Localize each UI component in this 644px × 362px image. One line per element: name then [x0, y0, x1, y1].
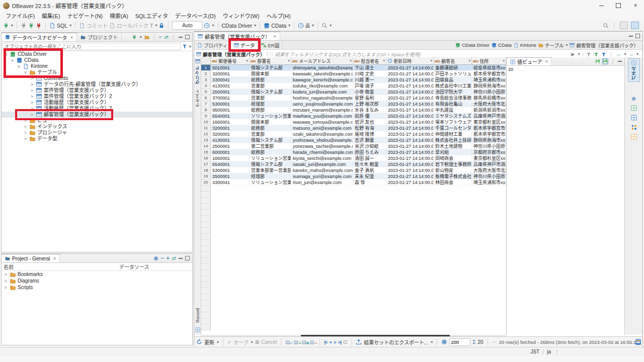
- grid-cell[interactable]: 小寺 樹里: [353, 89, 386, 95]
- grid-cell[interactable]: kiyota_seiichi@example.com: [291, 155, 353, 161]
- grid-cell[interactable]: 佐々木 樹里: [353, 161, 386, 167]
- grid-cell[interactable]: 寺島総合法律事務所: [434, 95, 472, 101]
- connect-icon[interactable]: [21, 23, 27, 29]
- grid-cell[interactable]: 2023-01-27 14:14:00.000: [386, 161, 434, 167]
- close-tab-icon[interactable]: ×: [70, 35, 73, 40]
- grid-cell[interactable]: yoshizawa_shidou@example.com: [291, 137, 353, 143]
- breadcrumb-table[interactable]: 顧客管理（営業支援パック）: [570, 42, 638, 49]
- column-header[interactable]: abc住所▾: [472, 57, 506, 64]
- grid-row[interactable]: 89500001総務部mizutani_manami@example.com水谷…: [201, 107, 506, 113]
- driver-selector[interactable]: CData Driver: [222, 23, 253, 29]
- filter-settings-icon[interactable]: [601, 52, 606, 57]
- menu-item[interactable]: 編集(E): [38, 11, 64, 20]
- first-row-icon[interactable]: |<: [324, 339, 327, 345]
- collapse-all-icon[interactable]: −: [159, 34, 162, 40]
- grid-cell[interactable]: 兵庫県神戸市須磨区xxxx: [472, 161, 506, 167]
- grid-cell[interactable]: kawasaki_takeshi@example.com: [291, 71, 353, 77]
- grid-cell[interactable]: 岩下税理士事務所: [434, 161, 472, 167]
- expand-all-icon[interactable]: +: [167, 255, 170, 261]
- grid-cell[interactable]: 新山物産: [434, 167, 472, 173]
- tree-item[interactable]: >データ型: [2, 136, 192, 142]
- grid-cell[interactable]: 2500001: [211, 143, 250, 149]
- grid-cell[interactable]: 千葉コールセンター: [434, 125, 472, 131]
- rollback-button[interactable]: ロールバック: [117, 22, 148, 29]
- row-number[interactable]: 18: [201, 167, 211, 173]
- chevron-right-icon[interactable]: >: [30, 81, 34, 87]
- grid-cell[interactable]: 経理部: [250, 173, 291, 179]
- disconnect-icon[interactable]: [36, 23, 42, 29]
- previous-row-icon[interactable]: <: [330, 339, 332, 345]
- column-dropdown-icon[interactable]: ▾: [383, 59, 385, 63]
- column-header[interactable]: abc担当者名▾: [353, 57, 386, 64]
- column-name[interactable]: 名前: [2, 263, 119, 270]
- gear-icon[interactable]: [153, 256, 158, 261]
- sql-dropdown-icon[interactable]: ▾: [69, 23, 71, 28]
- grid-cell[interactable]: 原田 ちえみ: [353, 149, 386, 155]
- grid-cell[interactable]: 川越 憲一: [353, 77, 386, 83]
- auto-commit-combo[interactable]: Auto: [172, 21, 202, 30]
- grid-cell[interactable]: 栃木県宇都宮市xxxx: [472, 131, 506, 137]
- grid-cell[interactable]: 中丸建設: [434, 107, 472, 113]
- tab-er-diagram[interactable]: ER図: [258, 41, 283, 49]
- grid-cell[interactable]: ueno_yuujirou@example.com: [291, 101, 353, 107]
- grid-presentation-icon[interactable]: [195, 59, 200, 64]
- chevron-down-icon[interactable]: ∨: [4, 51, 8, 57]
- tree-item[interactable]: >ビュー: [2, 118, 192, 124]
- grid-cell[interactable]: 神奈川県小田原市xxxx: [472, 173, 506, 179]
- grid-cell[interactable]: 2023-01-27 14:14:00.000: [386, 167, 434, 173]
- metadata-panel-icon[interactable]: [631, 105, 637, 111]
- grid-cell[interactable]: ソリューション営業グループ: [250, 155, 291, 161]
- row-number[interactable]: 16: [201, 155, 211, 161]
- row-number[interactable]: 17: [201, 161, 211, 167]
- tree-item[interactable]: ∨テーブル: [2, 69, 192, 75]
- delete-row-icon[interactable]: ▤−: [309, 339, 315, 345]
- grid-cell[interactable]: 総務部: [250, 77, 291, 83]
- row-number[interactable]: 5: [201, 89, 211, 95]
- column-header[interactable]: abc郵便番号▾: [211, 57, 250, 64]
- chevron-right-icon[interactable]: >: [30, 100, 34, 106]
- status-menu-icon[interactable]: ⋯: [492, 339, 497, 345]
- next-row-icon[interactable]: >: [334, 339, 336, 345]
- schedule-icon[interactable]: [204, 23, 210, 29]
- grid-cell[interactable]: 埼玉県浦和市xxxx: [472, 77, 506, 83]
- last-row-icon[interactable]: >|: [338, 339, 341, 345]
- grid-cell[interactable]: kodera_juri@example.com: [291, 89, 353, 95]
- minimize-view-icon[interactable]: [179, 258, 183, 259]
- row-number[interactable]: 19: [201, 173, 211, 179]
- minimize-panel-icon[interactable]: [618, 61, 622, 62]
- kebab-icon[interactable]: ⋮: [610, 59, 615, 64]
- grid-cell[interactable]: 2023-01-27 14:14:00.000: [386, 113, 434, 119]
- grid-cell[interactable]: 2023-01-27 14:14:00.000: [386, 131, 434, 137]
- chevron-right-icon[interactable]: >: [23, 124, 28, 130]
- grid-row[interactable]: 15010001情報システム部shimoyama_tatsuhito@examp…: [201, 65, 506, 71]
- cancel-button[interactable]: Cancel: [261, 339, 277, 345]
- sql-filter-input[interactable]: 結果をフィルタリングするSQL式を入力します (Ctrl + Spaceを使用): [275, 51, 570, 58]
- grid-cell[interactable]: 2023-01-27 14:14:00.000: [386, 125, 434, 131]
- grid-cell[interactable]: sasaki_juri@example.com: [291, 161, 353, 167]
- clear-filter-icon[interactable]: [586, 52, 591, 57]
- tab-value-viewer[interactable]: 値ビューア ×: [507, 57, 552, 65]
- grid-cell[interactable]: 金都運総研: [434, 65, 472, 71]
- sql-editor-button[interactable]: SQL: [57, 23, 67, 29]
- grid-corner-cell[interactable]: [201, 57, 211, 64]
- back-dropdown-icon[interactable]: ▾: [624, 52, 626, 56]
- maximize-view-icon[interactable]: [185, 35, 190, 39]
- grid-cell[interactable]: 栃木県宇都宮市xxxx: [472, 125, 506, 131]
- minimize-editor-icon[interactable]: [629, 36, 633, 37]
- save-filter-icon[interactable]: [594, 52, 599, 57]
- close-tab-icon[interactable]: ×: [53, 256, 56, 261]
- grid-cell[interactable]: 林田商会: [434, 179, 472, 186]
- grid-cell[interactable]: 仲間建材工業: [434, 131, 472, 137]
- grid-cell[interactable]: 2023-01-27 14:14:00.000: [386, 95, 434, 101]
- grid-cell[interactable]: 6540001: [211, 161, 250, 167]
- transaction-dropdown-icon[interactable]: ▾: [155, 23, 157, 28]
- grid-row[interactable]: 63700001営業部hoshino_nagatoshi@example.com…: [201, 95, 506, 101]
- grid-row[interactable]: 96540001ソリューション営業グループmaehara_yuu@example…: [201, 113, 506, 119]
- save-button[interactable]: セーブ: [233, 338, 248, 346]
- connection-selector[interactable]: CData: [271, 23, 286, 29]
- breadcrumb-driver[interactable]: CData Driver: [455, 42, 490, 48]
- row-number[interactable]: 7: [201, 101, 211, 107]
- tree-item[interactable]: >データの行先-顧客管理（営業支援パック）: [2, 81, 192, 87]
- panels-tab[interactable]: パネル: [628, 58, 640, 82]
- grid-cell[interactable]: 静岡県熱海市xxxx: [472, 83, 506, 89]
